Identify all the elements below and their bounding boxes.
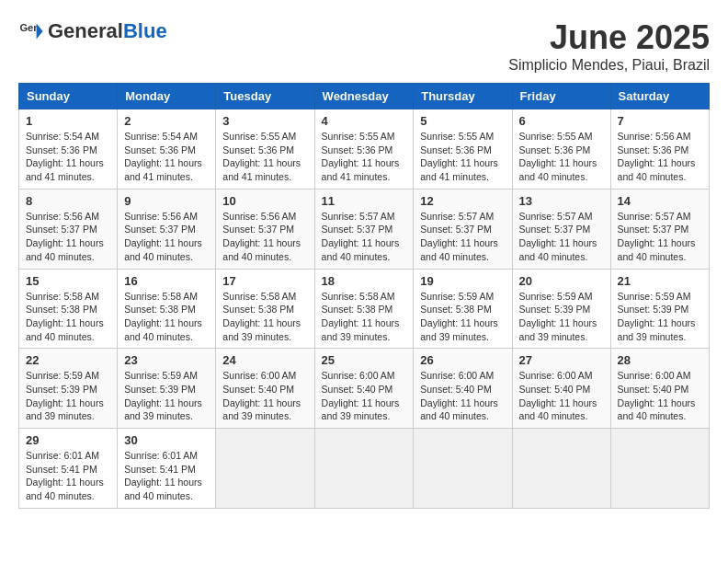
day-number: 29 (26, 433, 110, 447)
col-tuesday: Tuesday (216, 84, 314, 109)
table-row: 8 Sunrise: 5:56 AM Sunset: 5:37 PM Dayli… (19, 189, 118, 269)
day-info: Sunrise: 5:56 AM Sunset: 5:36 PM Dayligh… (618, 130, 702, 184)
calendar: Sunday Monday Tuesday Wednesday Thursday… (18, 83, 710, 509)
col-friday: Friday (512, 84, 610, 109)
table-row (512, 429, 610, 509)
month-title: June 2025 (508, 18, 710, 57)
table-row: 11 Sunrise: 5:57 AM Sunset: 5:37 PM Dayl… (314, 189, 414, 269)
day-number: 10 (222, 194, 307, 208)
table-row: 9 Sunrise: 5:56 AM Sunset: 5:37 PM Dayli… (118, 189, 216, 269)
calendar-row: 8 Sunrise: 5:56 AM Sunset: 5:37 PM Dayli… (19, 189, 710, 269)
day-info: Sunrise: 5:58 AM Sunset: 5:38 PM Dayligh… (222, 290, 307, 344)
day-number: 2 (124, 114, 209, 128)
day-info: Sunrise: 5:55 AM Sunset: 5:36 PM Dayligh… (322, 130, 407, 184)
day-number: 8 (26, 194, 110, 208)
day-info: Sunrise: 5:56 AM Sunset: 5:37 PM Dayligh… (222, 210, 307, 264)
day-info: Sunrise: 5:54 AM Sunset: 5:36 PM Dayligh… (26, 130, 110, 184)
header: Gen GeneralBlue June 2025 Simplicio Mend… (18, 18, 710, 74)
table-row: 12 Sunrise: 5:57 AM Sunset: 5:37 PM Dayl… (414, 189, 512, 269)
table-row: 15 Sunrise: 5:58 AM Sunset: 5:38 PM Dayl… (19, 269, 118, 349)
table-row: 5 Sunrise: 5:55 AM Sunset: 5:36 PM Dayli… (414, 109, 512, 190)
day-info: Sunrise: 5:55 AM Sunset: 5:36 PM Dayligh… (420, 130, 505, 184)
day-info: Sunrise: 5:55 AM Sunset: 5:36 PM Dayligh… (519, 130, 604, 184)
day-number: 28 (618, 353, 702, 367)
day-number: 18 (322, 274, 407, 288)
col-monday: Monday (118, 84, 216, 109)
day-info: Sunrise: 5:59 AM Sunset: 5:39 PM Dayligh… (26, 369, 110, 423)
day-info: Sunrise: 6:00 AM Sunset: 5:40 PM Dayligh… (322, 369, 407, 423)
day-number: 25 (322, 353, 407, 367)
day-number: 11 (322, 194, 407, 208)
day-number: 4 (322, 114, 407, 128)
table-row: 23 Sunrise: 5:59 AM Sunset: 5:39 PM Dayl… (118, 349, 216, 429)
day-number: 7 (618, 114, 702, 128)
day-number: 20 (519, 274, 604, 288)
day-number: 5 (420, 114, 505, 128)
col-thursday: Thursday (414, 84, 512, 109)
day-number: 17 (222, 274, 307, 288)
table-row: 29 Sunrise: 6:01 AM Sunset: 5:41 PM Dayl… (19, 429, 118, 509)
day-info: Sunrise: 5:57 AM Sunset: 5:37 PM Dayligh… (322, 210, 407, 264)
col-sunday: Sunday (19, 84, 118, 109)
day-number: 16 (124, 274, 209, 288)
day-info: Sunrise: 5:58 AM Sunset: 5:38 PM Dayligh… (124, 290, 209, 344)
calendar-header-row: Sunday Monday Tuesday Wednesday Thursday… (19, 84, 710, 109)
calendar-row: 15 Sunrise: 5:58 AM Sunset: 5:38 PM Dayl… (19, 269, 710, 349)
day-number: 21 (618, 274, 702, 288)
table-row: 25 Sunrise: 6:00 AM Sunset: 5:40 PM Dayl… (314, 349, 414, 429)
day-info: Sunrise: 5:57 AM Sunset: 5:37 PM Dayligh… (618, 210, 702, 264)
day-number: 24 (222, 353, 307, 367)
day-info: Sunrise: 5:56 AM Sunset: 5:37 PM Dayligh… (124, 210, 209, 264)
day-info: Sunrise: 5:55 AM Sunset: 5:36 PM Dayligh… (222, 130, 307, 184)
day-info: Sunrise: 5:59 AM Sunset: 5:39 PM Dayligh… (618, 290, 702, 344)
day-number: 3 (222, 114, 307, 128)
day-info: Sunrise: 5:57 AM Sunset: 5:37 PM Dayligh… (519, 210, 604, 264)
table-row: 21 Sunrise: 5:59 AM Sunset: 5:39 PM Dayl… (610, 269, 709, 349)
table-row: 30 Sunrise: 6:01 AM Sunset: 5:41 PM Dayl… (118, 429, 216, 509)
calendar-row: 1 Sunrise: 5:54 AM Sunset: 5:36 PM Dayli… (19, 109, 710, 190)
day-info: Sunrise: 6:00 AM Sunset: 5:40 PM Dayligh… (420, 369, 505, 423)
table-row: 2 Sunrise: 5:54 AM Sunset: 5:36 PM Dayli… (118, 109, 216, 190)
day-number: 13 (519, 194, 604, 208)
table-row: 6 Sunrise: 5:55 AM Sunset: 5:36 PM Dayli… (512, 109, 610, 190)
day-number: 26 (420, 353, 505, 367)
calendar-row: 29 Sunrise: 6:01 AM Sunset: 5:41 PM Dayl… (19, 429, 710, 509)
logo-text-blue: Blue (123, 19, 167, 42)
day-number: 6 (519, 114, 604, 128)
day-number: 23 (124, 353, 209, 367)
calendar-row: 22 Sunrise: 5:59 AM Sunset: 5:39 PM Dayl… (19, 349, 710, 429)
table-row: 18 Sunrise: 5:58 AM Sunset: 5:38 PM Dayl… (314, 269, 414, 349)
day-info: Sunrise: 6:01 AM Sunset: 5:41 PM Dayligh… (124, 449, 209, 503)
table-row: 19 Sunrise: 5:59 AM Sunset: 5:38 PM Dayl… (414, 269, 512, 349)
table-row (216, 429, 314, 509)
day-info: Sunrise: 6:00 AM Sunset: 5:40 PM Dayligh… (222, 369, 307, 423)
logo: Gen GeneralBlue (18, 18, 167, 44)
table-row: 28 Sunrise: 6:00 AM Sunset: 5:40 PM Dayl… (610, 349, 709, 429)
table-row: 1 Sunrise: 5:54 AM Sunset: 5:36 PM Dayli… (19, 109, 118, 190)
col-saturday: Saturday (610, 84, 709, 109)
table-row: 27 Sunrise: 6:00 AM Sunset: 5:40 PM Dayl… (512, 349, 610, 429)
day-info: Sunrise: 5:56 AM Sunset: 5:37 PM Dayligh… (26, 210, 110, 264)
table-row (414, 429, 512, 509)
logo-icon: Gen (18, 18, 44, 44)
logo-text-general: General (48, 19, 123, 42)
table-row: 13 Sunrise: 5:57 AM Sunset: 5:37 PM Dayl… (512, 189, 610, 269)
table-row: 16 Sunrise: 5:58 AM Sunset: 5:38 PM Dayl… (118, 269, 216, 349)
title-area: June 2025 Simplicio Mendes, Piaui, Brazi… (508, 18, 710, 74)
day-info: Sunrise: 5:57 AM Sunset: 5:37 PM Dayligh… (420, 210, 505, 264)
table-row: 14 Sunrise: 5:57 AM Sunset: 5:37 PM Dayl… (610, 189, 709, 269)
table-row: 7 Sunrise: 5:56 AM Sunset: 5:36 PM Dayli… (610, 109, 709, 190)
day-number: 22 (26, 353, 110, 367)
day-number: 9 (124, 194, 209, 208)
table-row: 17 Sunrise: 5:58 AM Sunset: 5:38 PM Dayl… (216, 269, 314, 349)
day-info: Sunrise: 6:01 AM Sunset: 5:41 PM Dayligh… (26, 449, 110, 503)
day-number: 14 (618, 194, 702, 208)
table-row: 20 Sunrise: 5:59 AM Sunset: 5:39 PM Dayl… (512, 269, 610, 349)
day-info: Sunrise: 5:59 AM Sunset: 5:39 PM Dayligh… (124, 369, 209, 423)
day-info: Sunrise: 5:58 AM Sunset: 5:38 PM Dayligh… (322, 290, 407, 344)
col-wednesday: Wednesday (314, 84, 414, 109)
day-number: 15 (26, 274, 110, 288)
day-info: Sunrise: 6:00 AM Sunset: 5:40 PM Dayligh… (618, 369, 702, 423)
table-row (314, 429, 414, 509)
day-info: Sunrise: 5:59 AM Sunset: 5:39 PM Dayligh… (519, 290, 604, 344)
